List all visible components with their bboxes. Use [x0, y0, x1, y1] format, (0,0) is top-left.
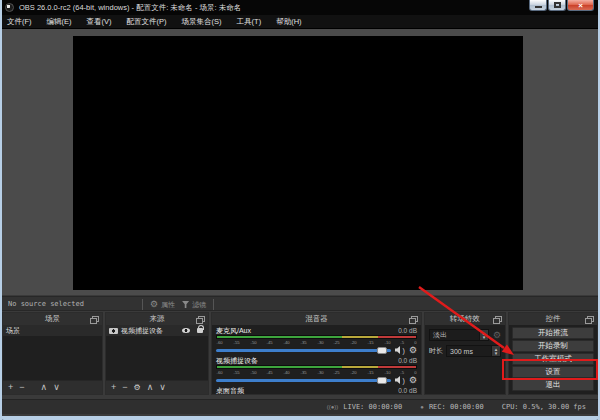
lock-icon[interactable]	[197, 328, 203, 333]
remove-scene-button[interactable]: −	[19, 383, 24, 392]
sources-toolbar: + − ⚙ ∧ ∨	[106, 380, 208, 394]
studio-mode-button[interactable]: 工作室模式	[512, 353, 594, 365]
scenes-toolbar: + − ∧ ∨	[3, 380, 102, 394]
mixer-header[interactable]: 混音器	[212, 313, 421, 325]
obs-window: OBS 26.0.0-rc2 (64-bit, windows) - 配置文件:…	[0, 0, 600, 420]
visibility-eye-icon[interactable]	[182, 328, 190, 333]
slider-handle[interactable]	[377, 377, 387, 384]
menu-edit[interactable]: 编辑(E)	[47, 17, 72, 27]
duration-input[interactable]: 300 ms ▴ ▾	[446, 345, 501, 357]
menu-tools[interactable]: 工具(T)	[237, 17, 262, 27]
remove-source-button[interactable]: −	[122, 383, 127, 392]
slider-handle[interactable]	[377, 347, 387, 354]
video-capture-icon	[109, 328, 118, 334]
transition-gear-icon[interactable]: ⚙	[493, 331, 501, 340]
db-tick-label: -50	[250, 370, 256, 374]
controls-panel: 控件 开始推流 开始录制 工作室模式 设置 退出	[508, 312, 598, 395]
channel-gear-icon[interactable]: ⚙	[409, 376, 417, 385]
db-tick-label: -20	[351, 340, 357, 344]
channel-name: 桌面音频	[216, 386, 244, 395]
popout-icon[interactable]	[411, 316, 418, 322]
mixer-body: 麦克风/Aux 0.0 dB -60-55-50-45-40-35-30-25-…	[212, 325, 421, 394]
transitions-header[interactable]: 转场特效	[425, 313, 505, 325]
db-tick-label: 0	[414, 370, 416, 374]
db-tick-label: -55	[233, 370, 239, 374]
minimize-button[interactable]	[529, 0, 547, 11]
window-title: OBS 26.0.0-rc2 (64-bit, windows) - 配置文件:…	[19, 3, 241, 13]
transition-value: 淡出	[430, 330, 479, 340]
properties-button[interactable]: ⚙ 属性	[150, 300, 175, 310]
close-button[interactable]: ×	[567, 0, 594, 11]
transition-spinner[interactable]: ▴ ▾	[479, 330, 488, 340]
separator	[142, 299, 143, 310]
preview-area	[0, 29, 600, 295]
db-tick-label: -5	[401, 370, 405, 374]
separator	[213, 299, 214, 310]
sources-panel: 来源 视频捕捉设备 + − ⚙ ∧ ∨	[105, 312, 209, 395]
db-tick-label: -20	[351, 370, 357, 374]
transition-select[interactable]: 淡出 ▴ ▾	[429, 329, 489, 341]
settings-button[interactable]: 设置	[512, 366, 594, 378]
scene-down-button[interactable]: ∨	[53, 383, 60, 392]
mixer-title: 混音器	[305, 314, 328, 324]
menu-scene-collection[interactable]: 场景集合(S)	[182, 17, 222, 27]
source-down-button[interactable]: ∨	[159, 383, 166, 392]
minimize-icon	[535, 6, 542, 8]
source-up-button[interactable]: ∧	[147, 383, 154, 392]
rec-time: REC: 00:00:00	[429, 403, 484, 411]
speaker-icon[interactable]	[395, 376, 403, 384]
start-streaming-button[interactable]: 开始推流	[512, 327, 594, 339]
scene-list-item[interactable]: 场景	[3, 325, 102, 336]
sources-header[interactable]: 来源	[106, 313, 208, 325]
window-border-bottom	[0, 416, 600, 420]
channel-db: 0.0 dB	[398, 327, 417, 334]
controls-title: 控件	[546, 314, 561, 324]
live-time: LIVE: 00:00:00	[343, 403, 402, 411]
db-tick-label: -60	[217, 370, 223, 374]
duration-spinner[interactable]: ▴ ▾	[491, 346, 500, 356]
add-scene-button[interactable]: +	[8, 383, 13, 392]
db-tick-label: -40	[284, 370, 290, 374]
start-recording-button[interactable]: 开始录制	[512, 340, 594, 352]
source-actions: ⚙ 属性 滤镜	[142, 297, 214, 312]
db-tick-label: -30	[317, 370, 323, 374]
volume-slider[interactable]	[216, 349, 391, 352]
db-tick-label: -45	[267, 340, 273, 344]
popout-icon[interactable]	[495, 316, 502, 322]
mixer-panel: 混音器 麦克风/Aux 0.0 dB -60-55-50-45-40-35-30…	[211, 312, 422, 395]
exit-button[interactable]: 退出	[512, 379, 594, 391]
menu-view[interactable]: 查看(V)	[87, 17, 112, 27]
add-source-button[interactable]: +	[111, 383, 116, 392]
speaker-icon[interactable]	[395, 346, 403, 354]
scenes-header[interactable]: 场景	[3, 313, 102, 325]
popout-icon[interactable]	[198, 316, 205, 322]
menu-profile[interactable]: 配置文件(P)	[127, 17, 167, 27]
source-properties-gear-icon[interactable]: ⚙	[134, 384, 141, 392]
preview-canvas[interactable]	[73, 36, 523, 290]
channel-gear-icon[interactable]: ⚙	[409, 346, 417, 355]
popout-icon[interactable]	[92, 316, 99, 322]
channel-db: 0.0 dB	[398, 357, 417, 364]
popout-icon[interactable]	[587, 316, 594, 322]
filters-label: 滤镜	[192, 300, 206, 310]
mixer-channel-mic: 麦克风/Aux 0.0 dB -60-55-50-45-40-35-30-25-…	[212, 326, 421, 355]
caption-buttons: ×	[528, 0, 594, 11]
maximize-button[interactable]	[548, 0, 566, 11]
scene-up-button[interactable]: ∧	[41, 383, 48, 392]
db-tick-label: 0	[414, 340, 416, 344]
close-icon: ×	[578, 1, 583, 10]
volume-slider[interactable]	[216, 379, 391, 382]
db-tick-label: -55	[233, 340, 239, 344]
db-tick-label: -45	[267, 370, 273, 374]
menu-help[interactable]: 帮助(H)	[276, 17, 301, 27]
source-list-item[interactable]: 视频捕捉设备	[106, 325, 208, 336]
db-tick-label: -25	[334, 340, 340, 344]
sources-title: 来源	[150, 314, 165, 324]
duration-value: 300 ms	[447, 348, 491, 355]
controls-header[interactable]: 控件	[509, 313, 597, 325]
menu-file[interactable]: 文件(F)	[7, 17, 32, 27]
gear-icon: ⚙	[150, 300, 158, 309]
db-tick-label: -25	[334, 370, 340, 374]
source-status-text: No source selected	[2, 300, 84, 308]
filters-button[interactable]: 滤镜	[182, 300, 206, 310]
